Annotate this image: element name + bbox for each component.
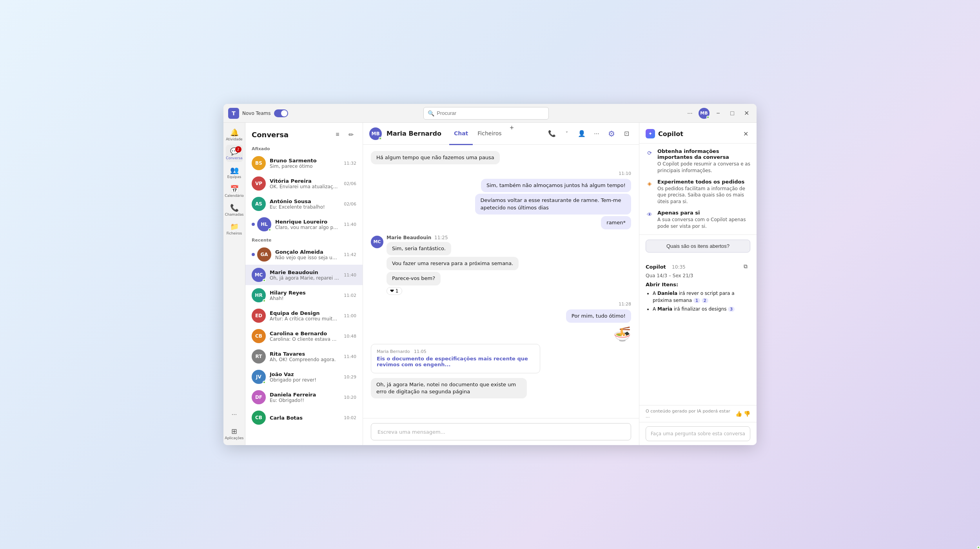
copilot-date-range: Qua 14/3 – Sex 21/3: [646, 273, 750, 278]
user-avatar[interactable]: MB: [699, 108, 710, 119]
tab-ficheiros[interactable]: Ficheiros: [473, 123, 506, 145]
message-input-placeholder: Escreva uma mensagem...: [377, 429, 445, 435]
chat-item-henrique[interactable]: HL Henrique Loureiro Claro, vou marcar a…: [245, 214, 363, 235]
nav-item-atividade[interactable]: 🔔 Atividade: [226, 126, 243, 143]
nav-item-equipas[interactable]: 👥 Equipas: [226, 164, 243, 181]
chat-item-hilary[interactable]: HR Hilary Reyes Ahah! 11:02: [245, 285, 363, 305]
copilot-close-button[interactable]: ✕: [741, 129, 750, 138]
left-nav: 🔔 Atividade 💬 Conversa 2 👥 Equipas 📅 Cal…: [223, 123, 245, 445]
nav-item-conversa[interactable]: 💬 Conversa 2: [226, 145, 243, 162]
marie-avatar: MC: [371, 236, 383, 248]
copilot-result: Copilot 10:35 ⧉ Qua 14/3 – Sex 21/3 Abri…: [639, 257, 757, 405]
noodles-emoji: 🍜: [371, 326, 631, 342]
chat-area: MB Maria Bernardo Chat Ficheiros + 📞 ˅ 👤…: [363, 123, 639, 445]
message-bubble-self-3: ramen*: [601, 216, 631, 229]
chat-item-marie[interactable]: MC Marie Beaudouin Oh, já agora Marie, r…: [245, 265, 363, 285]
copilot-action-button[interactable]: Quais são os itens abertos?: [646, 240, 750, 253]
message-row-self: Sim, também não almoçamos juntos há algu…: [371, 179, 631, 192]
copilot-features: ⟳ Obtenha informações importantes da con…: [639, 144, 757, 235]
copilot-feature-2: ◈ Experimente todos os pedidos Os pedido…: [646, 179, 750, 205]
nav-item-chamadas[interactable]: 📞 Chamadas: [226, 201, 243, 218]
video-button[interactable]: 👤: [575, 127, 588, 140]
popout-button[interactable]: ⊡: [620, 127, 633, 140]
chat-item-daniela[interactable]: DF Daniela Ferreira Eu: Obrigado!! 10:20: [245, 387, 363, 407]
avatar-carolina: CB: [252, 329, 266, 343]
copilot-input[interactable]: Faça uma pergunta sobre esta conversa: [646, 426, 750, 441]
chamadas-icon: 📞: [230, 204, 239, 212]
chat-item-goncalo[interactable]: GA Gonçalo Almeida Não vejo que isso sej…: [245, 244, 363, 265]
search-bar[interactable]: 🔍: [423, 107, 549, 120]
tab-chat[interactable]: Chat: [449, 123, 473, 145]
pinned-section-label: Afixado: [245, 143, 363, 153]
sidebar-header: Conversa ≡ ✏: [245, 123, 363, 143]
chat-item-carolina[interactable]: CB Carolina e Bernardo Carolina: O clien…: [245, 326, 363, 346]
teams-logo: T: [228, 108, 239, 119]
copilot-panel: ✦ Copilot ✕ ⟳ Obtenha informações import…: [639, 123, 757, 445]
avatar-antonio: AS: [252, 197, 266, 211]
avatar-carla: CB: [252, 411, 266, 425]
unread-dot-goncalo: [252, 253, 255, 256]
nav-item-calendario[interactable]: 📅 Calendário: [226, 182, 243, 200]
copilot-items-title: Abrir Itens:: [646, 282, 750, 287]
chat-list: Afixado BS Bruno Sarmento Sim, parece ót…: [245, 143, 363, 445]
nav-item-more[interactable]: ···: [226, 406, 243, 423]
avatar-rita: RT: [252, 349, 266, 364]
chat-more-button[interactable]: ···: [590, 127, 603, 140]
title-bar: T Novo Teams 🔍 ··· MB − □ ✕: [223, 104, 757, 123]
equipas-icon: 👥: [230, 166, 239, 174]
chat-item-equipa[interactable]: ED Equipa de Design Artur: A crítica cor…: [245, 305, 363, 326]
calendario-icon: 📅: [230, 185, 239, 193]
chat-item-rita[interactable]: RT Rita Tavares Ah, OK! Compreendo agora…: [245, 346, 363, 367]
ficheiros-icon: 📁: [230, 222, 239, 231]
more-options-button[interactable]: ···: [684, 108, 695, 119]
henrique-online-dot: [268, 228, 271, 231]
conversa-badge: 2: [235, 146, 241, 153]
copilot-button[interactable]: ⚙: [605, 127, 618, 140]
nav-item-apps[interactable]: ⊞ Aplicações: [226, 425, 243, 442]
search-input[interactable]: [437, 110, 544, 116]
nav-item-ficheiros[interactable]: 📁 Ficheiros: [226, 220, 243, 237]
novo-teams-label: Novo Teams: [242, 111, 271, 116]
hilary-online-dot: [263, 299, 266, 302]
copilot-items-list: A Daniela irá rever o script para a próx…: [646, 290, 750, 313]
avatar-daniela: DF: [252, 390, 266, 404]
message-row: Há algum tempo que não fazemos uma pausa: [371, 151, 631, 164]
message-bubble-self-4: Por mim, tudo ótimo!: [566, 309, 631, 323]
copilot-list-item-2: A Maria irá finalizar os designs 3: [653, 305, 750, 313]
copilot-disclaimer-text: O conteúdo gerado por IA poderá estar ..…: [646, 409, 732, 419]
reaction-heart[interactable]: ❤️ 1: [387, 287, 402, 295]
add-tab-button[interactable]: +: [506, 123, 517, 134]
close-button[interactable]: ✕: [741, 108, 752, 119]
message-bubble-self-2: Devíamos voltar a esse restaurante de ra…: [475, 194, 631, 214]
new-chat-button[interactable]: ✏: [345, 129, 356, 140]
chat-item-joao[interactable]: JV João Vaz Obrigado por rever! 10:29: [245, 367, 363, 387]
online-status-dot: [706, 116, 710, 119]
copilot-result-time: 10:35: [672, 264, 686, 270]
marie-msg-3: Parece-vos bem?: [387, 272, 441, 285]
atividade-icon: 🔔: [230, 128, 239, 136]
feedback-thumbs-up[interactable]: 👍: [735, 411, 742, 417]
call-button[interactable]: 📞: [546, 127, 558, 140]
novo-teams-toggle[interactable]: [274, 109, 288, 117]
message-row-other: Oh, já agora Marie, notei no documento q…: [371, 378, 631, 398]
message-row-self-2: Devíamos voltar a esse restaurante de ra…: [371, 194, 631, 214]
feedback-thumbs-down[interactable]: 👎: [744, 411, 750, 417]
avatar-henrique: HL: [257, 217, 271, 231]
document-card[interactable]: Maria Bernardo 11:05 Eis o documento de …: [371, 344, 540, 373]
copilot-copy-button[interactable]: ⧉: [741, 262, 750, 271]
messages-area: Há algum tempo que não fazemos uma pausa…: [363, 145, 639, 418]
marie-msg-1: Sim, seria fantástico.: [387, 242, 451, 255]
minimize-button[interactable]: −: [713, 108, 724, 119]
chat-item-carla[interactable]: CB Carla Botas 10:02: [245, 407, 363, 428]
chat-item-bruno[interactable]: BS Bruno Sarmento Sim, parece ótimo 11:3…: [245, 153, 363, 173]
copilot-feature-icon-1: ⟳: [646, 149, 653, 157]
chat-item-antonio[interactable]: AS António Sousa Eu: Excelente trabalho!…: [245, 194, 363, 214]
chat-item-vitoria[interactable]: VP Vitória Pereira OK. Enviarei uma atua…: [245, 173, 363, 194]
filter-button[interactable]: ≡: [332, 129, 343, 140]
maximize-button[interactable]: □: [727, 108, 738, 119]
copilot-input-area: Faça uma pergunta sobre esta conversa: [639, 422, 757, 445]
call-dropdown-button[interactable]: ˅: [561, 127, 573, 140]
avatar-bruno: BS: [252, 156, 266, 170]
message-input[interactable]: Escreva uma mensagem...: [371, 423, 631, 440]
avatar-hilary: HR: [252, 288, 266, 302]
